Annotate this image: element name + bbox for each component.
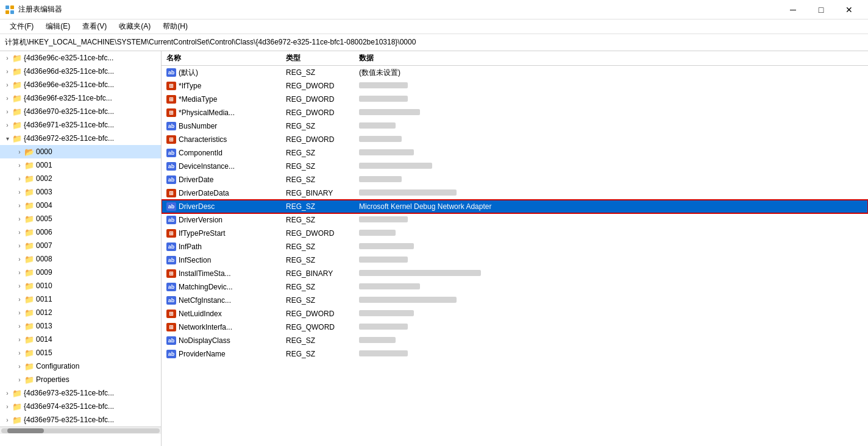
tree-item[interactable]: ›📂0000 [0, 145, 161, 158]
menu-item[interactable]: 文件(F) [5, 20, 38, 33]
expand-icon[interactable]: › [15, 267, 24, 277]
table-row[interactable]: ⊞IfTypePreStartREG_DWORD [162, 227, 868, 240]
tree-item[interactable]: ›📁{4d36e974-e325-11ce-bfc... [0, 400, 161, 413]
expand-icon[interactable]: › [15, 187, 24, 197]
expand-icon[interactable]: › [15, 308, 24, 317]
tree-item[interactable]: ›📁0002 [0, 172, 161, 185]
tree-item[interactable]: ›📁{4d36e971-e325-11ce-bfc... [0, 118, 161, 132]
tree-item[interactable]: ›📁0005 [0, 212, 161, 225]
table-cell-type: REG_SZ [286, 350, 359, 358]
expand-icon[interactable]: › [2, 53, 12, 63]
tree-item[interactable]: ›📁Properties [0, 373, 161, 386]
tree-item[interactable]: ›📁0008 [0, 252, 161, 266]
folder-icon: 📁 [24, 322, 34, 330]
folder-icon: 📁 [24, 188, 34, 196]
expand-icon[interactable]: › [2, 107, 12, 116]
expand-icon[interactable]: › [15, 348, 24, 358]
tree-item[interactable]: ›📁0014 [0, 333, 161, 346]
tree-item[interactable]: ›📁{4d36e973-e325-11ce-bfc... [0, 386, 161, 400]
menu-item[interactable]: 查看(V) [77, 20, 112, 33]
table-row[interactable]: ⊞*PhysicalMedia...REG_DWORD [162, 106, 868, 119]
table-row[interactable]: ⊞*IfTypeREG_DWORD [162, 79, 868, 93]
table-row[interactable]: abInfPathREG_SZ [162, 240, 868, 253]
table-row[interactable]: abNetCfgInstanc...REG_SZ [162, 294, 868, 307]
expand-icon[interactable]: › [2, 120, 12, 130]
table-row[interactable]: abProviderNameREG_SZ [162, 347, 868, 361]
table-row[interactable]: abDeviceInstance...REG_SZ [162, 160, 868, 173]
expand-icon[interactable]: › [2, 388, 12, 398]
expand-icon[interactable]: › [2, 66, 12, 76]
tree-item[interactable]: ›📁0011 [0, 292, 161, 306]
expand-icon[interactable]: › [15, 174, 24, 183]
tree-item[interactable]: ›📁{4d36e975-e325-11ce-bfc... [0, 413, 161, 427]
menu-item[interactable]: 收藏夹(A) [114, 20, 155, 33]
table-row[interactable]: ⊞CharacteristicsREG_DWORD [162, 133, 868, 146]
tree-item[interactable]: ›📁{4d36e96d-e325-11ce-bfc... [0, 65, 161, 78]
minimize-button[interactable]: ─ [779, 0, 807, 19]
main-content: ›📁{4d36e96c-e325-11ce-bfc...›📁{4d36e96d-… [0, 51, 868, 446]
tree-scrollbar[interactable] [0, 427, 161, 434]
tree-item[interactable]: ›📁0010 [0, 279, 161, 292]
expand-icon[interactable]: › [2, 402, 12, 411]
close-button[interactable]: ✕ [835, 0, 863, 19]
menu-item[interactable]: 帮助(H) [158, 20, 193, 33]
table-row[interactable]: ⊞NetLuidIndexREG_DWORD [162, 307, 868, 320]
tree-item[interactable]: ›📁0003 [0, 185, 161, 199]
tree-item[interactable]: ›📁{4d36e96c-e325-11ce-bfc... [0, 51, 161, 65]
entry-name: *IfType [179, 82, 201, 90]
table-row[interactable]: abNoDisplayClassREG_SZ [162, 334, 868, 347]
table-cell-data [359, 95, 866, 104]
menu-item[interactable]: 编辑(E) [41, 20, 75, 33]
expand-icon[interactable]: › [2, 415, 12, 425]
expand-icon[interactable]: › [15, 214, 24, 224]
expand-icon[interactable]: › [15, 281, 24, 291]
tree-item[interactable]: ›📁Configuration [0, 359, 161, 373]
entry-name: DriverDate [179, 175, 213, 184]
table-row[interactable]: abInfSectionREG_SZ [162, 253, 868, 267]
tree-item[interactable]: ›📁0012 [0, 306, 161, 319]
expand-icon[interactable]: › [15, 241, 24, 250]
expand-icon[interactable]: › [15, 321, 24, 331]
table-row[interactable]: ⊞InstallTimeSta...REG_BINARY [162, 267, 868, 280]
table-row[interactable]: abMatchingDevic...REG_SZ [162, 280, 868, 294]
expand-icon[interactable]: ▾ [2, 133, 12, 143]
expand-icon[interactable]: › [15, 375, 24, 384]
expand-icon[interactable]: › [15, 147, 24, 157]
table-row[interactable]: abDriverVersionREG_SZ [162, 213, 868, 227]
table-row[interactable]: ⊞DriverDateDataREG_BINARY [162, 186, 868, 200]
tree-item[interactable]: ›📁0004 [0, 199, 161, 212]
tree-item[interactable]: ›📁{4d36e96e-e325-11ce-bfc... [0, 78, 161, 91]
table-row[interactable]: ⊞NetworkInterfa...REG_QWORD [162, 320, 868, 334]
tree-item-label: 0002 [36, 174, 52, 183]
table-row[interactable]: abBusNumberREG_SZ [162, 119, 868, 133]
tree-item[interactable]: ›📁{4d36e96f-e325-11ce-bfc... [0, 91, 161, 105]
expand-icon[interactable]: › [15, 227, 24, 237]
expand-icon[interactable]: › [15, 200, 24, 210]
table-row[interactable]: abDriverDescREG_SZMicrosoft Kernel Debug… [162, 200, 868, 213]
expand-icon[interactable]: › [15, 254, 24, 264]
expand-icon[interactable]: › [2, 93, 12, 103]
tree-item[interactable]: ›📁0013 [0, 319, 161, 333]
table-cell-type: REG_BINARY [286, 189, 359, 197]
table-cell-type: REG_DWORD [286, 108, 359, 117]
table-row[interactable]: abComponentIdREG_SZ [162, 146, 868, 160]
table-cell-data [359, 162, 866, 171]
tree-item[interactable]: ›📁{4d36e970-e325-11ce-bfc... [0, 105, 161, 118]
table-cell-name: abMatchingDevic... [164, 283, 286, 291]
table-row[interactable]: abDriverDateREG_SZ [162, 173, 868, 186]
tree-item[interactable]: ›📁0007 [0, 239, 161, 252]
tree-item[interactable]: ›📁0009 [0, 266, 161, 279]
tree-item[interactable]: ›📁0006 [0, 225, 161, 239]
table-cell-type: REG_DWORD [286, 310, 359, 318]
tree-item[interactable]: ›📁0001 [0, 158, 161, 172]
expand-icon[interactable]: › [15, 294, 24, 304]
maximize-button[interactable]: □ [807, 0, 835, 19]
expand-icon[interactable]: › [15, 160, 24, 170]
table-row[interactable]: ⊞*MediaTypeREG_DWORD [162, 93, 868, 106]
tree-item[interactable]: ›📁0015 [0, 346, 161, 359]
table-row[interactable]: ab(默认)REG_SZ(数值未设置) [162, 66, 868, 79]
expand-icon[interactable]: › [15, 361, 24, 371]
expand-icon[interactable]: › [15, 334, 24, 344]
expand-icon[interactable]: › [2, 80, 12, 90]
tree-item[interactable]: ▾📁{4d36e972-e325-11ce-bfc... [0, 132, 161, 145]
